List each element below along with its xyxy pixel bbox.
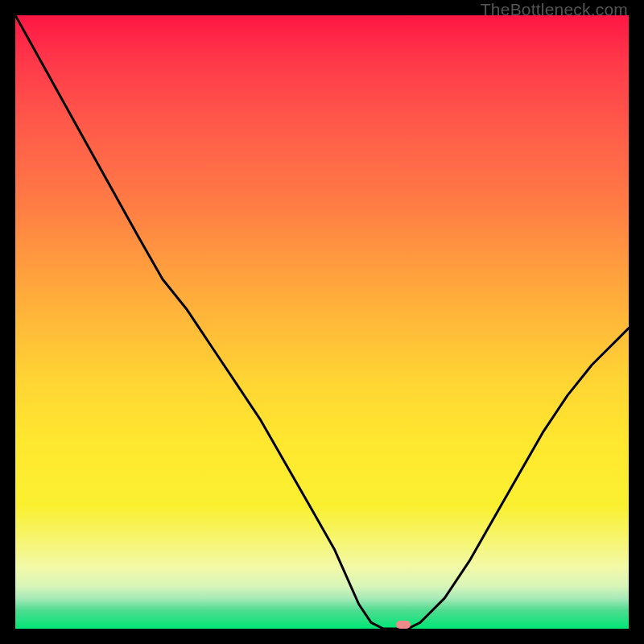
optimal-point-marker <box>396 621 411 629</box>
bottleneck-curve <box>15 15 629 629</box>
chart-area <box>15 15 629 629</box>
